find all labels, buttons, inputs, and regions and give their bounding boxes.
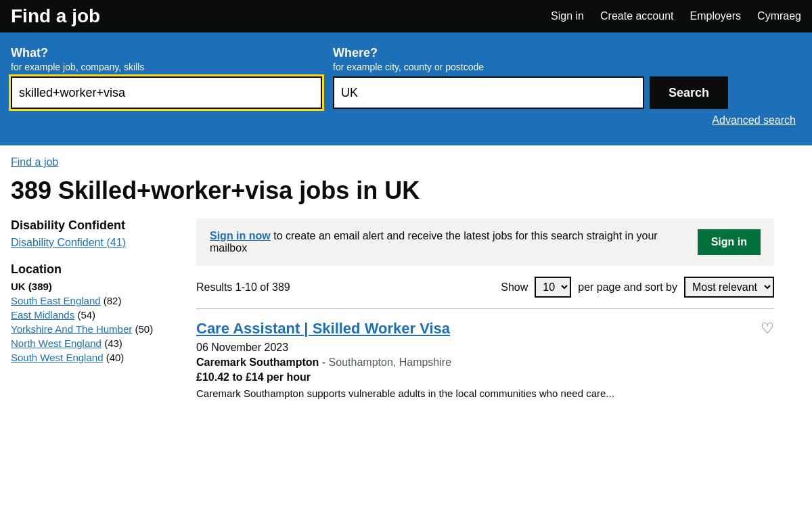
alert-signin-link[interactable]: Sign in now [210, 230, 271, 241]
job-location: Southampton, Hampshire [329, 356, 451, 368]
show-label: Show [501, 281, 528, 294]
job-salary: £10.42 to £14 per hour [196, 371, 774, 383]
signin-link[interactable]: Sign in [551, 10, 584, 22]
company-name: Caremark Southampton [196, 356, 319, 368]
job-snippet: Caremark Southampton supports vulnerable… [196, 388, 774, 399]
east-midlands-link[interactable]: East Midlands [11, 309, 74, 321]
where-hint: for example city, county or postcode [333, 62, 644, 72]
advanced-search-wrap: Advanced search [11, 114, 796, 126]
create-account-link[interactable]: Create account [600, 10, 674, 22]
content-layout: Disability Confident Disability Confiden… [11, 218, 774, 399]
results-controls: Results 1-10 of 389 Show 10 25 50 per pa… [196, 277, 774, 298]
cymraeg-link[interactable]: Cymraeg [757, 10, 801, 22]
location-section: Location UK (389) South East England (82… [11, 262, 180, 363]
job-title: Care Assistant | Skilled Worker Visa [196, 320, 774, 338]
breadcrumb[interactable]: Find a job [11, 156, 58, 168]
what-input[interactable] [11, 76, 322, 109]
results-area: Sign in now to create an email alert and… [196, 218, 774, 399]
sidebar: Disability Confident Disability Confiden… [11, 218, 180, 366]
employers-link[interactable]: Employers [690, 10, 742, 22]
yorkshire-link[interactable]: Yorkshire And The Humber [11, 323, 132, 335]
divider [196, 308, 774, 309]
disability-confident-title: Disability Confident [11, 218, 180, 233]
per-page-sort-label: per page and sort by [578, 281, 677, 294]
what-field: What? for example job, company, skills [11, 46, 322, 109]
what-hint: for example job, company, skills [11, 62, 322, 72]
where-field: Where? for example city, county or postc… [333, 46, 644, 109]
favourite-icon[interactable]: ♡ [761, 320, 774, 338]
south-east-england-link[interactable]: South East England [11, 295, 101, 306]
south-east-england-count: (82) [104, 295, 122, 306]
location-uk: UK (389) [11, 281, 180, 292]
page-heading: 389 Skilled+worker+visa jobs in UK [11, 177, 774, 205]
search-button[interactable]: Search [650, 76, 728, 109]
job-title-link[interactable]: Care Assistant | Skilled Worker Visa [196, 320, 450, 337]
alert-text-rest: to create an email alert and receive the… [210, 230, 658, 254]
job-company: Caremark Southampton - Southampton, Hamp… [196, 356, 774, 369]
site-title: Find a job [11, 5, 100, 27]
results-summary: Results 1-10 of 389 [196, 281, 290, 294]
results-per-page-select[interactable]: 10 25 50 [535, 277, 571, 298]
search-section: What? for example job, company, skills W… [0, 32, 812, 145]
alert-box: Sign in now to create an email alert and… [196, 218, 774, 266]
main-content: Find a job 389 Skilled+worker+visa jobs … [0, 145, 785, 399]
advanced-search-link[interactable]: Advanced search [712, 114, 796, 126]
yorkshire-count: (50) [135, 323, 153, 335]
alert-signin-button[interactable]: Sign in [698, 229, 761, 255]
search-fields: What? for example job, company, skills W… [11, 46, 796, 109]
header: Find a job Sign in Create account Employ… [0, 0, 812, 32]
list-item: North West England (43) [11, 338, 180, 349]
what-label: What? [11, 46, 322, 60]
job-listing: ♡ Care Assistant | Skilled Worker Visa 0… [196, 320, 774, 399]
south-west-link[interactable]: South West England [11, 352, 103, 363]
list-item: Yorkshire And The Humber (50) [11, 323, 180, 335]
alert-text: Sign in now to create an email alert and… [210, 230, 684, 254]
list-item: South East England (82) [11, 295, 180, 306]
location-title: Location [11, 262, 180, 277]
sort-select[interactable]: Most relevant Date posted [684, 277, 774, 298]
search-button-wrap: Search [650, 76, 728, 109]
north-west-count: (43) [104, 338, 122, 349]
where-input[interactable] [333, 76, 644, 109]
header-nav: Sign in Create account Employers Cymraeg [551, 10, 801, 22]
east-midlands-count: (54) [77, 309, 95, 321]
north-west-link[interactable]: North West England [11, 338, 102, 349]
list-item: East Midlands (54) [11, 309, 180, 321]
job-date: 06 November 2023 [196, 342, 774, 354]
where-label: Where? [333, 46, 644, 60]
disability-confident-link[interactable]: Disability Confident (41) [11, 237, 126, 248]
south-west-count: (40) [106, 352, 125, 363]
list-item: South West England (40) [11, 352, 180, 363]
company-separator: - [322, 356, 329, 368]
